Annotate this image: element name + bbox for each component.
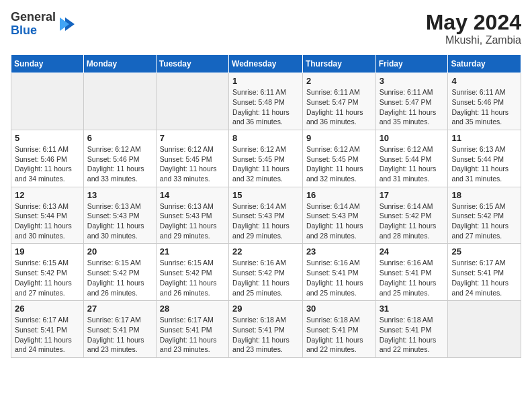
calendar-week-4: 26Sunrise: 6:17 AM Sunset: 5:41 PM Dayli… bbox=[11, 301, 521, 358]
calendar-cell: 16Sunrise: 6:14 AM Sunset: 5:43 PM Dayli… bbox=[302, 187, 375, 244]
calendar-cell: 19Sunrise: 6:15 AM Sunset: 5:42 PM Dayli… bbox=[11, 244, 84, 301]
day-number: 16 bbox=[306, 190, 372, 200]
day-number: 20 bbox=[87, 246, 152, 257]
day-detail: Sunrise: 6:16 AM Sunset: 5:41 PM Dayligh… bbox=[380, 258, 445, 298]
day-number: 2 bbox=[306, 76, 372, 86]
calendar-cell: 11Sunrise: 6:13 AM Sunset: 5:44 PM Dayli… bbox=[448, 130, 521, 187]
day-detail: Sunrise: 6:15 AM Sunset: 5:42 PM Dayligh… bbox=[87, 258, 152, 298]
day-detail: Sunrise: 6:12 AM Sunset: 5:44 PM Dayligh… bbox=[380, 144, 445, 184]
day-number: 27 bbox=[87, 304, 152, 314]
day-number: 14 bbox=[160, 190, 225, 200]
day-number: 25 bbox=[451, 246, 517, 257]
day-detail: Sunrise: 6:14 AM Sunset: 5:43 PM Dayligh… bbox=[232, 201, 299, 241]
day-number: 19 bbox=[15, 246, 80, 257]
calendar-cell: 15Sunrise: 6:14 AM Sunset: 5:43 PM Dayli… bbox=[229, 187, 303, 244]
day-number: 22 bbox=[232, 246, 299, 257]
day-detail: Sunrise: 6:18 AM Sunset: 5:41 PM Dayligh… bbox=[306, 315, 372, 355]
day-number: 28 bbox=[160, 304, 225, 314]
day-detail: Sunrise: 6:13 AM Sunset: 5:44 PM Dayligh… bbox=[15, 201, 80, 241]
calendar-week-1: 5Sunrise: 6:11 AM Sunset: 5:46 PM Daylig… bbox=[11, 130, 521, 187]
day-detail: Sunrise: 6:13 AM Sunset: 5:44 PM Dayligh… bbox=[451, 144, 517, 184]
logo-text: General Blue bbox=[11, 11, 56, 38]
calendar-week-0: 1Sunrise: 6:11 AM Sunset: 5:48 PM Daylig… bbox=[11, 73, 521, 130]
day-number: 9 bbox=[306, 133, 372, 143]
calendar-cell: 2Sunrise: 6:11 AM Sunset: 5:47 PM Daylig… bbox=[302, 73, 375, 130]
day-detail: Sunrise: 6:11 AM Sunset: 5:46 PM Dayligh… bbox=[15, 144, 80, 184]
calendar-cell: 27Sunrise: 6:17 AM Sunset: 5:41 PM Dayli… bbox=[83, 301, 156, 358]
day-number: 13 bbox=[87, 190, 152, 200]
day-number: 6 bbox=[87, 133, 152, 143]
day-number: 5 bbox=[15, 133, 80, 143]
day-detail: Sunrise: 6:15 AM Sunset: 5:42 PM Dayligh… bbox=[160, 258, 225, 298]
day-number: 10 bbox=[380, 133, 445, 143]
day-detail: Sunrise: 6:15 AM Sunset: 5:42 PM Dayligh… bbox=[15, 258, 80, 298]
day-detail: Sunrise: 6:11 AM Sunset: 5:46 PM Dayligh… bbox=[451, 87, 517, 127]
calendar-cell bbox=[156, 73, 228, 130]
day-number: 26 bbox=[15, 304, 80, 314]
calendar-week-2: 12Sunrise: 6:13 AM Sunset: 5:44 PM Dayli… bbox=[11, 187, 521, 244]
calendar-week-3: 19Sunrise: 6:15 AM Sunset: 5:42 PM Dayli… bbox=[11, 244, 521, 301]
calendar-cell: 4Sunrise: 6:11 AM Sunset: 5:46 PM Daylig… bbox=[448, 73, 521, 130]
day-number: 29 bbox=[232, 304, 299, 314]
calendar-cell: 18Sunrise: 6:15 AM Sunset: 5:42 PM Dayli… bbox=[448, 187, 521, 244]
day-number: 21 bbox=[160, 246, 225, 257]
calendar-cell: 7Sunrise: 6:12 AM Sunset: 5:45 PM Daylig… bbox=[156, 130, 228, 187]
calendar-cell: 17Sunrise: 6:14 AM Sunset: 5:42 PM Dayli… bbox=[375, 187, 448, 244]
day-detail: Sunrise: 6:18 AM Sunset: 5:41 PM Dayligh… bbox=[380, 315, 445, 355]
calendar-cell: 29Sunrise: 6:18 AM Sunset: 5:41 PM Dayli… bbox=[229, 301, 303, 358]
calendar-table: SundayMondayTuesdayWednesdayThursdayFrid… bbox=[11, 54, 521, 358]
calendar-cell bbox=[11, 73, 84, 130]
page-header: General Blue May 2024 Mkushi, Zambia bbox=[11, 11, 521, 46]
day-detail: Sunrise: 6:12 AM Sunset: 5:45 PM Dayligh… bbox=[306, 144, 372, 184]
calendar-cell: 30Sunrise: 6:18 AM Sunset: 5:41 PM Dayli… bbox=[302, 301, 375, 358]
day-detail: Sunrise: 6:11 AM Sunset: 5:47 PM Dayligh… bbox=[380, 87, 445, 127]
day-number: 4 bbox=[451, 76, 517, 86]
day-number: 23 bbox=[306, 246, 372, 257]
day-detail: Sunrise: 6:12 AM Sunset: 5:45 PM Dayligh… bbox=[232, 144, 299, 184]
header-wednesday: Wednesday bbox=[229, 55, 303, 73]
day-number: 31 bbox=[380, 304, 445, 314]
header-saturday: Saturday bbox=[448, 55, 521, 73]
day-detail: Sunrise: 6:14 AM Sunset: 5:43 PM Dayligh… bbox=[306, 201, 372, 241]
day-detail: Sunrise: 6:16 AM Sunset: 5:41 PM Dayligh… bbox=[306, 258, 372, 298]
calendar-cell: 23Sunrise: 6:16 AM Sunset: 5:41 PM Dayli… bbox=[302, 244, 375, 301]
calendar-cell: 21Sunrise: 6:15 AM Sunset: 5:42 PM Dayli… bbox=[156, 244, 228, 301]
day-detail: Sunrise: 6:12 AM Sunset: 5:45 PM Dayligh… bbox=[160, 144, 225, 184]
calendar-cell bbox=[83, 73, 156, 130]
day-detail: Sunrise: 6:17 AM Sunset: 5:41 PM Dayligh… bbox=[160, 315, 225, 355]
month-year: May 2024 bbox=[426, 11, 521, 34]
day-detail: Sunrise: 6:12 AM Sunset: 5:46 PM Dayligh… bbox=[87, 144, 152, 184]
day-number: 15 bbox=[232, 190, 299, 200]
day-number: 30 bbox=[306, 304, 372, 314]
day-detail: Sunrise: 6:13 AM Sunset: 5:43 PM Dayligh… bbox=[160, 201, 225, 241]
day-number: 7 bbox=[160, 133, 225, 143]
calendar-cell: 6Sunrise: 6:12 AM Sunset: 5:46 PM Daylig… bbox=[83, 130, 156, 187]
calendar-cell: 1Sunrise: 6:11 AM Sunset: 5:48 PM Daylig… bbox=[229, 73, 303, 130]
day-detail: Sunrise: 6:14 AM Sunset: 5:42 PM Dayligh… bbox=[380, 201, 445, 241]
calendar-cell: 26Sunrise: 6:17 AM Sunset: 5:41 PM Dayli… bbox=[11, 301, 84, 358]
day-number: 3 bbox=[380, 76, 445, 86]
day-detail: Sunrise: 6:15 AM Sunset: 5:42 PM Dayligh… bbox=[451, 201, 517, 241]
calendar-cell: 12Sunrise: 6:13 AM Sunset: 5:44 PM Dayli… bbox=[11, 187, 84, 244]
day-detail: Sunrise: 6:17 AM Sunset: 5:41 PM Dayligh… bbox=[15, 315, 80, 355]
calendar-cell: 9Sunrise: 6:12 AM Sunset: 5:45 PM Daylig… bbox=[302, 130, 375, 187]
day-detail: Sunrise: 6:17 AM Sunset: 5:41 PM Dayligh… bbox=[451, 258, 517, 298]
title-block: May 2024 Mkushi, Zambia bbox=[426, 11, 521, 46]
calendar-cell: 10Sunrise: 6:12 AM Sunset: 5:44 PM Dayli… bbox=[375, 130, 448, 187]
calendar-cell: 25Sunrise: 6:17 AM Sunset: 5:41 PM Dayli… bbox=[448, 244, 521, 301]
day-number: 1 bbox=[232, 76, 299, 86]
calendar-cell: 13Sunrise: 6:13 AM Sunset: 5:43 PM Dayli… bbox=[83, 187, 156, 244]
calendar-cell: 28Sunrise: 6:17 AM Sunset: 5:41 PM Dayli… bbox=[156, 301, 228, 358]
header-tuesday: Tuesday bbox=[156, 55, 228, 73]
header-monday: Monday bbox=[83, 55, 156, 73]
calendar-cell: 31Sunrise: 6:18 AM Sunset: 5:41 PM Dayli… bbox=[375, 301, 448, 358]
header-sunday: Sunday bbox=[11, 55, 84, 73]
day-number: 24 bbox=[380, 246, 445, 257]
header-friday: Friday bbox=[375, 55, 448, 73]
calendar-cell: 5Sunrise: 6:11 AM Sunset: 5:46 PM Daylig… bbox=[11, 130, 84, 187]
day-number: 17 bbox=[380, 190, 445, 200]
logo-icon bbox=[58, 15, 77, 34]
day-number: 12 bbox=[15, 190, 80, 200]
day-number: 8 bbox=[232, 133, 299, 143]
day-number: 11 bbox=[451, 133, 517, 143]
